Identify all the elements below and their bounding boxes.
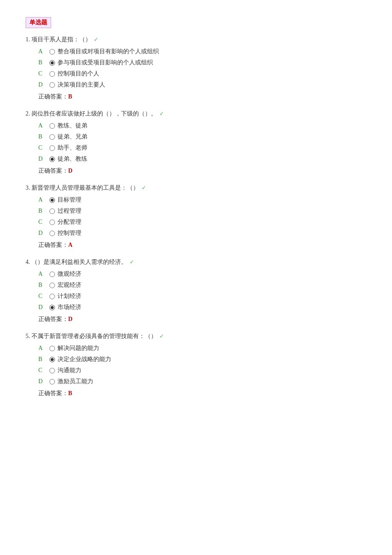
radio-q2-c[interactable] [49,145,55,151]
option-row-q5-b[interactable]: B决定企业战略的能力 [38,356,366,363]
question-block-q3: 3. 新晋管理人员管理最基本的工具是：（）✓A目标管理B过程管理C分配管理D控制… [26,184,366,249]
correct-answer-q5: 正确答案：B [38,390,366,397]
option-text-q2-b: 徒弟、兄弟 [58,133,87,141]
options-q4: A微观经济B宏观经济C计划经济D市场经济 [38,270,366,311]
option-row-q3-a[interactable]: A目标管理 [38,196,366,204]
option-text-q5-b: 决定企业战略的能力 [58,356,111,363]
options-q5: A解决问题的能力B决定企业战略的能力C沟通能力D激励员工能力 [38,344,366,385]
radio-q3-d[interactable] [49,231,55,236]
option-row-q5-d[interactable]: D激励员工能力 [38,378,366,385]
option-row-q1-d[interactable]: D决策项目的主要人 [38,81,366,89]
option-text-q2-d: 徒弟、教练 [58,155,87,163]
radio-q5-a[interactable] [49,346,55,351]
option-row-q3-b[interactable]: B过程管理 [38,207,366,215]
option-label-q4-d: D [38,304,47,311]
option-label-q3-b: B [38,208,47,214]
radio-q4-b[interactable] [49,283,55,288]
question-number-q2: 2. 岗位胜任者应该做好上级的（），下级的（）。 [26,110,157,118]
option-text-q4-b: 宏观经济 [58,281,81,289]
option-text-q1-b: 参与项目或受项目影响的个人或组织 [58,59,153,66]
section-header: 单选题 [26,17,51,28]
option-text-q3-a: 目标管理 [58,196,81,204]
correct-answer-q1: 正确答案：B [38,93,366,101]
question-number-q3: 3. 新晋管理人员管理最基本的工具是：（） [26,184,139,192]
check-mark-q3: ✓ [141,185,146,191]
question-title-q5: 5. 不属于新晋管理者必须具备的管理技能有：（）✓ [26,332,366,340]
option-row-q4-a[interactable]: A微观经济 [38,270,366,278]
option-label-q1-b: B [38,59,47,66]
question-title-q3: 3. 新晋管理人员管理最基本的工具是：（）✓ [26,184,366,192]
option-text-q2-a: 教练、徒弟 [58,122,87,130]
radio-q1-d[interactable] [49,82,55,88]
option-label-q3-c: C [38,219,47,225]
radio-q4-a[interactable] [49,272,55,277]
radio-q2-b[interactable] [49,134,55,140]
question-block-q5: 5. 不属于新晋管理者必须具备的管理技能有：（）✓A解决问题的能力B决定企业战略… [26,332,366,397]
option-label-q4-a: A [38,271,47,278]
option-row-q2-b[interactable]: B徒弟、兄弟 [38,133,366,141]
option-text-q3-d: 控制管理 [58,229,81,237]
option-label-q4-b: B [38,282,47,289]
question-block-q1: 1. 项目干系人是指：（）✓A整合项目或对项目有影响的个人或组织B参与项目或受项… [26,36,366,101]
question-block-q2: 2. 岗位胜任者应该做好上级的（），下级的（）。✓A教练、徒弟B徒弟、兄弟C助手… [26,110,366,175]
correct-answer-letter-q3: A [68,242,72,248]
option-row-q2-a[interactable]: A教练、徒弟 [38,122,366,130]
question-number-q1: 1. 项目干系人是指：（） [26,36,91,43]
option-label-q5-a: A [38,345,47,352]
radio-inner-q2-d [51,158,54,161]
option-label-q4-c: C [38,293,47,300]
questions-container: 1. 项目干系人是指：（）✓A整合项目或对项目有影响的个人或组织B参与项目或受项… [26,36,366,397]
option-text-q1-c: 控制项目的个人 [58,70,99,78]
question-number-q4: 4. （）是满足利益相关人需求的经济。 [26,258,127,266]
radio-q4-d[interactable] [49,305,55,310]
option-label-q3-d: D [38,230,47,237]
option-text-q5-d: 激励员工能力 [58,378,93,385]
option-text-q4-a: 微观经济 [58,270,81,278]
radio-q5-b[interactable] [49,357,55,362]
radio-inner-q5-b [51,358,54,361]
option-text-q5-a: 解决问题的能力 [58,344,99,352]
radio-q1-c[interactable] [49,71,55,77]
question-number-q5: 5. 不属于新晋管理者必须具备的管理技能有：（） [26,332,157,340]
radio-q5-c[interactable] [49,368,55,373]
radio-inner-q3-a [51,199,54,202]
option-row-q1-a[interactable]: A整合项目或对项目有影响的个人或组织 [38,48,366,55]
option-text-q4-c: 计划经济 [58,292,81,300]
radio-q2-a[interactable] [49,123,55,129]
radio-q3-b[interactable] [49,208,55,214]
radio-q4-c[interactable] [49,294,55,299]
option-row-q3-c[interactable]: C分配管理 [38,218,366,226]
option-row-q4-c[interactable]: C计划经济 [38,292,366,300]
radio-q1-a[interactable] [49,49,55,55]
radio-q3-a[interactable] [49,197,55,203]
option-text-q1-d: 决策项目的主要人 [58,81,105,89]
option-row-q4-b[interactable]: B宏观经济 [38,281,366,289]
option-row-q5-c[interactable]: C沟通能力 [38,367,366,374]
option-text-q3-c: 分配管理 [58,218,81,226]
option-label-q1-a: A [38,48,47,55]
option-label-q2-a: A [38,122,47,129]
options-q3: A目标管理B过程管理C分配管理D控制管理 [38,196,366,237]
check-mark-q2: ✓ [159,110,164,117]
option-text-q2-c: 助手、老师 [58,144,87,152]
option-row-q1-c[interactable]: C控制项目的个人 [38,70,366,78]
option-row-q2-d[interactable]: D徒弟、教练 [38,155,366,163]
correct-answer-letter-q1: B [68,93,72,100]
option-row-q4-d[interactable]: D市场经济 [38,304,366,311]
correct-answer-q2: 正确答案：D [38,167,366,175]
option-text-q5-c: 沟通能力 [58,367,81,374]
option-text-q4-d: 市场经济 [58,304,81,311]
option-row-q5-a[interactable]: A解决问题的能力 [38,344,366,352]
question-title-q2: 2. 岗位胜任者应该做好上级的（），下级的（）。✓ [26,110,366,118]
option-label-q1-c: C [38,70,47,77]
option-text-q3-b: 过程管理 [58,207,81,215]
option-row-q2-c[interactable]: C助手、老师 [38,144,366,152]
question-title-q1: 1. 项目干系人是指：（）✓ [26,36,366,43]
radio-q3-c[interactable] [49,220,55,225]
radio-q2-d[interactable] [49,156,55,162]
option-row-q3-d[interactable]: D控制管理 [38,229,366,237]
correct-answer-letter-q2: D [68,168,72,174]
option-row-q1-b[interactable]: B参与项目或受项目影响的个人或组织 [38,59,366,66]
radio-q1-b[interactable] [49,60,55,66]
radio-q5-d[interactable] [49,379,55,384]
